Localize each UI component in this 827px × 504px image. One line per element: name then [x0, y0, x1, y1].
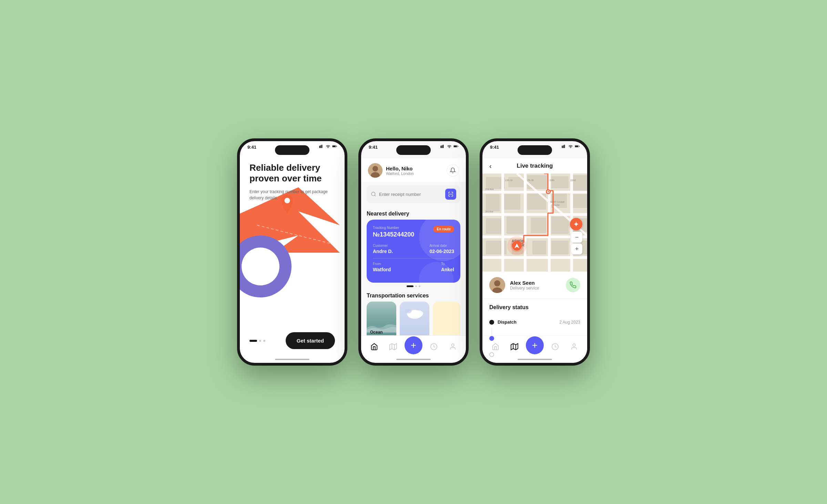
driver-avatar: [489, 277, 505, 293]
tracking-header: ‹ Live tracking: [482, 158, 587, 174]
nav-profile-2[interactable]: [445, 340, 461, 353]
scan-button[interactable]: [445, 189, 456, 200]
driver-info-card: Alex Seen Delivery service: [482, 272, 587, 299]
svg-rect-58: [551, 241, 569, 254]
svg-rect-13: [443, 145, 444, 148]
from-value: Watford: [373, 267, 391, 272]
dot-1: [259, 340, 261, 342]
svg-rect-16: [458, 146, 458, 147]
scan-icon: [448, 191, 453, 197]
bell-icon: [450, 167, 456, 174]
time-2: 9:41: [369, 145, 378, 150]
nav-add-2[interactable]: +: [405, 336, 422, 354]
zoom-in-button[interactable]: +: [571, 243, 582, 254]
svg-point-9: [242, 248, 279, 285]
svg-rect-1: [320, 145, 321, 148]
clock-icon: [430, 343, 438, 350]
map-zoom-controls: − +: [571, 232, 582, 254]
user-icon-3: [570, 343, 578, 350]
user-text: Hello, Niko Watford, London: [386, 166, 414, 176]
nearest-delivery-title: Nearest delivery: [361, 207, 466, 220]
status-icons-3: [562, 145, 580, 148]
map-area: 2nd Ave 3rd Ave 13th St 7th St 20th 22nd…: [482, 174, 587, 272]
splash-bottom: Get started: [249, 332, 335, 349]
search-input[interactable]: [379, 192, 442, 197]
svg-point-92: [573, 344, 575, 346]
svg-rect-0: [319, 146, 320, 148]
dashboard-content: Hello, Niko Watford, London: [361, 158, 466, 363]
svg-rect-38: [579, 146, 579, 147]
tracking-content: ‹ Live tracking: [482, 158, 587, 363]
nav-home-2[interactable]: [366, 340, 382, 353]
nav-clock-2[interactable]: [426, 340, 442, 353]
zoom-out-button[interactable]: −: [571, 232, 582, 243]
nav-profile-3[interactable]: [566, 340, 582, 353]
clock-icon-3: [551, 343, 559, 350]
phone-3-tracking: 9:41 ‹ Live tracking: [480, 138, 590, 366]
svg-text:7th St: 7th St: [527, 179, 533, 181]
svg-rect-57: [532, 241, 546, 254]
driver-name: Alex Seen: [510, 280, 561, 286]
status-dispatch: Dispatch 2 Aug 2023: [489, 316, 580, 328]
driver-details: Alex Seen Delivery service: [510, 280, 561, 291]
svg-rect-11: [440, 146, 441, 148]
svg-rect-37: [575, 146, 578, 147]
map-icon-2: [389, 343, 397, 350]
svg-rect-52: [531, 218, 546, 233]
en-route-badge: En route: [433, 226, 454, 232]
status-dot-wrapper-dispatch: [489, 320, 494, 325]
phone-1-splash: 9:41 Reliable delivery proven over time …: [237, 138, 347, 366]
nav-home-3[interactable]: [488, 340, 503, 353]
dot-active: [249, 340, 257, 342]
home-indicator-3: [518, 359, 552, 360]
delivery-status-title: Delivery status: [489, 304, 580, 311]
arrival-label: Arrival date: [429, 244, 454, 248]
svg-rect-51: [507, 217, 525, 234]
avatar-image: [368, 163, 382, 178]
svg-point-86: [494, 280, 500, 286]
time-3: 9:41: [490, 145, 499, 150]
search-bar[interactable]: [367, 185, 460, 203]
customer-field: Customer Andre D.: [373, 244, 393, 254]
card-dot-active: [407, 285, 414, 287]
user-icon-2: [449, 343, 457, 350]
dot-2: [263, 340, 265, 342]
nav-add-3[interactable]: +: [526, 336, 544, 354]
status-dot-arrived: [489, 352, 494, 357]
nav-map-3[interactable]: [507, 340, 522, 353]
dashboard-header: Hello, Niko Watford, London: [361, 158, 466, 182]
get-started-button[interactable]: Get started: [286, 332, 335, 349]
nav-clock-3[interactable]: [547, 340, 563, 353]
notification-button[interactable]: [447, 164, 459, 177]
home-icon: [370, 343, 378, 350]
status-icons-2: [440, 145, 458, 148]
svg-text:SDAT Cricket: SDAT Cricket: [550, 201, 564, 203]
search-icon: [371, 191, 376, 197]
from-field: From Watford: [373, 262, 391, 272]
svg-rect-34: [563, 145, 564, 148]
svg-point-81: [548, 191, 549, 192]
phone-2-dashboard: 9:41: [358, 138, 469, 366]
svg-rect-15: [454, 146, 457, 147]
phone-icon: [570, 282, 576, 288]
dispatch-label: Dispatch: [498, 319, 517, 325]
dynamic-island-1: [275, 145, 309, 155]
dynamic-island-3: [518, 145, 552, 155]
svg-text:3rd Ave: 3rd Ave: [485, 210, 493, 213]
status-icons-1: [319, 145, 337, 148]
nav-map-2[interactable]: [385, 340, 401, 353]
status-dot-enroute: [489, 336, 494, 341]
svg-rect-43: [551, 176, 569, 188]
status-dot-dispatch: [489, 320, 494, 325]
svg-rect-53: [551, 217, 569, 234]
svg-rect-12: [442, 145, 443, 148]
svg-text:2nd Ave: 2nd Ave: [485, 188, 494, 190]
card-dot-1: [415, 285, 417, 287]
home-indicator-2: [396, 359, 431, 360]
back-button[interactable]: ‹: [489, 162, 492, 170]
status-left-dispatch: Dispatch: [489, 319, 517, 325]
call-button[interactable]: [566, 278, 580, 292]
compass-button[interactable]: [570, 218, 582, 230]
svg-rect-42: [527, 175, 548, 189]
delivery-card-1[interactable]: Tracking Number №1345244200 En route Cus…: [367, 220, 460, 283]
